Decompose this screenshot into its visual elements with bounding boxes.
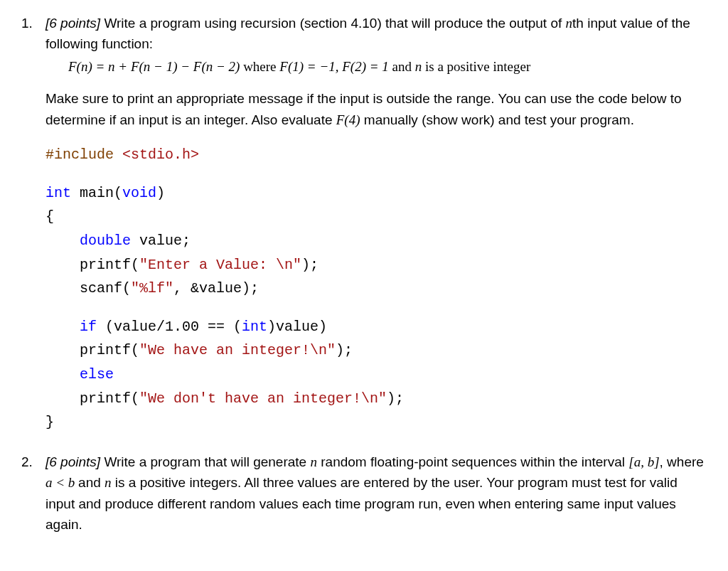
code-if-cond-a: (value/1.00 == ( (97, 319, 242, 335)
q2-ineq: a < b (46, 475, 78, 490)
code-printf1-c: ); (301, 257, 318, 273)
code-else-indent (46, 366, 80, 383)
code-l4-indent (46, 233, 80, 249)
q1-formula-tail: is a positive integer (422, 59, 530, 74)
code-printf3-a: printf( (46, 390, 139, 407)
code-else-kw: else (80, 366, 114, 383)
question-1-body: [6 points] Write a program using recursi… (46, 13, 707, 87)
question-1-number: 1. (21, 13, 46, 33)
question-2-header: 2. [6 points] Write a program that will … (21, 452, 707, 535)
question-1-header: 1. [6 points] Write a program using recu… (21, 13, 707, 87)
q1-nth-n: n (566, 16, 573, 31)
code-double-kw: double (80, 233, 131, 249)
code-main: main( (71, 185, 122, 201)
q1-para2-f4: F(4) (336, 112, 360, 127)
q2-text-d: and (78, 475, 105, 490)
code-void-kw: void (122, 185, 156, 201)
q1-para2-b: manually (show work) and test your progr… (360, 112, 634, 127)
code-if-cond-b: )value) (267, 319, 327, 335)
code-brace-open: { (46, 208, 54, 225)
q1-formula-main: F(n) = n + F(n − 1) − F(n − 2) (68, 59, 240, 74)
q2-n2: n (105, 475, 112, 490)
code-printf1-a: printf( (46, 257, 139, 273)
q1-formula-n: n (415, 59, 422, 74)
code-scanf-c: , &value); (173, 280, 259, 297)
q1-code-block: #include <stdio.h> int main(void) { doub… (46, 143, 707, 434)
q1-formula: F(n) = n + F(n − 1) − F(n − 2) where F(1… (46, 56, 707, 77)
question-1: 1. [6 points] Write a program using recu… (21, 13, 707, 434)
code-main-close: ) (156, 185, 165, 201)
code-if-indent (46, 319, 80, 335)
question-1-points: [6 points] (46, 16, 100, 31)
code-scanf-a: scanf( (46, 280, 131, 297)
code-printf3-str: "We don't have an integer!\n" (139, 390, 387, 407)
q2-text-a: Write a program that will generate (100, 454, 310, 469)
q1-formula-cond: F(1) = −1, F(2) = 1 (279, 59, 388, 74)
code-include-hdr: <stdio.h> (122, 146, 199, 163)
q2-text-c: , where (660, 454, 704, 469)
question-2-points: [6 points] (46, 454, 100, 469)
q2-n: n (310, 454, 317, 469)
q1-formula-where: where (240, 59, 279, 74)
code-scanf-str: "%lf" (131, 280, 173, 297)
code-printf2-str: "We have an integer!\n" (139, 342, 336, 358)
code-printf2-c: ); (336, 342, 353, 358)
code-int-cast-kw: int (242, 319, 267, 335)
code-value-decl: value; (131, 233, 191, 249)
question-2-body: [6 points] Write a program that will gen… (46, 452, 707, 535)
code-include-kw: #include (46, 146, 122, 163)
q2-interval: [a, b] (628, 454, 659, 469)
q1-formula-and: and (389, 59, 415, 74)
q2-text-b: random floating-point sequences within t… (317, 454, 628, 469)
q1-intro-a: Write a program using recursion (section… (100, 16, 565, 31)
question-2-number: 2. (21, 452, 46, 472)
question-2: 2. [6 points] Write a program that will … (21, 452, 707, 535)
q2-text-e: is a positive integers. All three values… (46, 475, 678, 532)
code-if-kw: if (80, 319, 97, 335)
code-printf3-c: ); (387, 390, 404, 407)
code-brace-close: } (46, 414, 54, 430)
code-printf2-a: printf( (46, 342, 139, 358)
q1-para2: Make sure to print an appropriate messag… (46, 88, 707, 130)
code-printf1-str: "Enter a Value: \n" (139, 257, 301, 273)
code-int-kw: int (46, 185, 71, 201)
